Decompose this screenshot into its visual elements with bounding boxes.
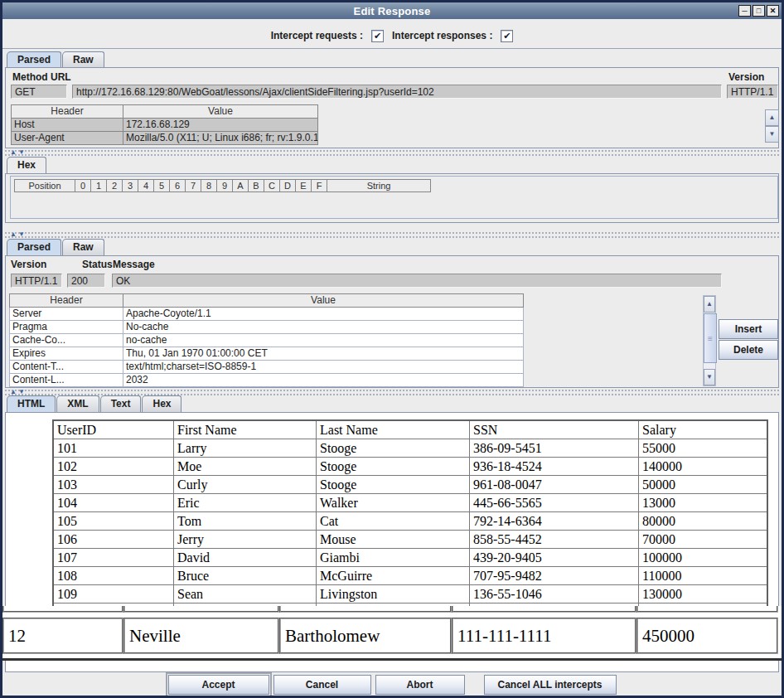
table-cell: 172.16.68.129	[123, 119, 318, 132]
employee-row: 109SeanLivingston136-55-1046130000	[53, 585, 767, 603]
employee-col-header: SSN	[470, 420, 639, 439]
employee-cell: Stooge	[317, 476, 470, 494]
employee-cell: Moe	[174, 458, 317, 476]
window-title: Edit Response	[354, 5, 431, 17]
table-cell: Thu, 01 Jan 1970 01:00:00 CET	[123, 347, 524, 361]
employee-header-row: UserIDFirst NameLast NameSSNSalary	[53, 420, 767, 439]
request-tabbar: Parsed Raw	[7, 52, 105, 68]
employee-cell: 104	[53, 494, 174, 512]
response-version-field[interactable]: HTTP/1.1	[11, 274, 62, 288]
employee-cell: 101	[53, 439, 174, 458]
employee-cell: Bruce	[174, 567, 317, 585]
minimize-button[interactable]: ─	[738, 5, 751, 17]
request-version-field[interactable]: HTTP/1.1	[727, 85, 778, 99]
abort-request-button[interactable]: Abort request	[375, 675, 465, 695]
tab-request-parsed[interactable]: Parsed	[7, 51, 61, 68]
url-field[interactable]: http://172.16.68.129:80/WebGoat/lessons/…	[72, 85, 722, 99]
tab-content-xml[interactable]: XML	[56, 395, 99, 412]
hex-digit-header: 0	[75, 179, 91, 192]
employee-cell: 445-66-5565	[470, 494, 639, 512]
overlay-edited-row[interactable]: 11JohnAy/aB729-54-94190000 12NevilleBart…	[2, 606, 782, 661]
hex-digit-header: 7	[186, 179, 201, 192]
insert-button[interactable]: Insert	[719, 319, 778, 339]
hex-digit-header: F	[312, 179, 327, 192]
splitter-1[interactable]: ▲▼	[5, 149, 779, 157]
employee-cell: 130000	[639, 585, 768, 603]
employee-row: 105TomCat792-14-636480000	[53, 512, 767, 531]
response-message-label: Message	[113, 259, 155, 270]
table-cell: Host	[11, 119, 123, 132]
cancel-changes-button[interactable]: Cancel changes	[273, 675, 371, 695]
overlay-cell: 450000	[636, 618, 778, 654]
employee-cell: 136-55-1046	[470, 585, 639, 603]
method-field[interactable]: GET	[11, 85, 67, 99]
employee-cell: 792-14-6364	[470, 512, 639, 531]
tab-hex[interactable]: Hex	[7, 157, 46, 173]
table-row[interactable]: Host172.16.68.129	[11, 119, 318, 132]
splitter-up-icon[interactable]: ▲	[10, 388, 18, 395]
employee-cell: 386-09-5451	[470, 439, 639, 458]
employee-row: 102MoeStooge936-18-4524140000	[53, 458, 767, 476]
employee-cell: 105	[53, 512, 174, 531]
splitter-2[interactable]: ▲▼	[5, 231, 779, 239]
scrollbar-thumb[interactable]: ≡	[704, 313, 717, 363]
splitter-down-icon[interactable]: ▼	[18, 230, 27, 238]
table-row[interactable]: User-AgentMozilla/5.0 (X11; U; Linux i68…	[11, 132, 318, 145]
employee-cell: 100000	[639, 549, 768, 567]
delete-button[interactable]: Delete	[719, 340, 778, 360]
scroll-up-arrow[interactable]: ▲	[704, 296, 715, 313]
employee-cell: 70000	[639, 531, 768, 549]
employee-cell: Stooge	[317, 458, 470, 476]
response-message-field[interactable]: OK	[112, 274, 722, 288]
content-tabbar: HTML XML Text Hex	[7, 396, 182, 412]
hex-digit-header: 8	[201, 179, 217, 192]
overlay-clipped-cell: 11	[2, 606, 123, 613]
version-label: Version	[728, 71, 764, 83]
scroll-down-arrow[interactable]: ▼	[765, 126, 779, 143]
intercept-requests-checkbox[interactable]: ✔	[371, 30, 384, 42]
window-controls: ─ □ ✕	[738, 5, 779, 17]
table-cell: Pragma	[9, 321, 123, 334]
maximize-button[interactable]: □	[753, 5, 765, 17]
splitter-down-icon[interactable]: ▼	[18, 388, 27, 395]
overlay-clipped-cell: John	[123, 606, 279, 613]
tab-response-raw[interactable]: Raw	[62, 239, 104, 255]
tab-content-html[interactable]: HTML	[7, 395, 56, 412]
table-cell: Expires	[9, 347, 123, 361]
response-version-label: Version	[11, 259, 46, 270]
table-row[interactable]: ServerApache-Coyote/1.1	[9, 308, 524, 321]
tab-request-raw[interactable]: Raw	[62, 51, 104, 68]
cancel-all-intercepts-button[interactable]: Cancel ALL intercepts	[484, 675, 617, 695]
titlebar[interactable]: Edit Response ─ □ ✕	[2, 2, 782, 19]
table-row[interactable]: PragmaNo-cache	[9, 321, 524, 334]
footer-buttonbar: Accept changes Cancel changes Abort requ…	[2, 675, 782, 697]
scroll-up-arrow[interactable]: ▲	[765, 109, 779, 126]
intercept-responses-label: Intercept responses :	[392, 30, 492, 41]
accept-changes-button[interactable]: Accept changes	[168, 675, 269, 695]
splitter-down-icon[interactable]: ▼	[18, 148, 27, 156]
response-status-field[interactable]: 200	[67, 274, 105, 288]
table-row[interactable]: Cache-Co...no-cache	[9, 334, 524, 347]
overlay-clipped-cell: 729-54-941	[452, 606, 636, 613]
close-button[interactable]: ✕	[767, 5, 779, 17]
tab-response-parsed[interactable]: Parsed	[7, 239, 61, 255]
panel-divider-line	[2, 48, 782, 49]
table-row[interactable]: Content-L...2032	[9, 374, 524, 387]
employee-cell: Eric	[174, 494, 317, 512]
tab-content-hex[interactable]: Hex	[142, 395, 181, 412]
employee-cell: 50000	[639, 476, 768, 494]
table-row[interactable]: ExpiresThu, 01 Jan 1970 01:00:00 CET	[9, 347, 524, 361]
intercept-responses-checkbox[interactable]: ✔	[501, 30, 513, 42]
employee-cell: 961-08-0047	[470, 476, 639, 494]
table-row[interactable]: Content-T...text/html;charset=ISO-8859-1	[9, 361, 524, 374]
employee-cell: Curly	[174, 476, 317, 494]
response-headers-table: HeaderValueServerApache-Coyote/1.1Pragma…	[9, 293, 524, 387]
splitter-up-icon[interactable]: ▲	[10, 148, 18, 156]
tab-content-text[interactable]: Text	[100, 395, 142, 412]
hex-string-header: String	[327, 179, 431, 192]
splitter-up-icon[interactable]: ▲	[10, 230, 18, 238]
employee-cell: 106	[53, 531, 174, 549]
employee-cell: 439-20-9405	[470, 549, 639, 567]
scroll-down-arrow[interactable]: ▼	[704, 369, 715, 385]
overlay-row[interactable]: 12NevilleBartholomew111-111-1111450000	[2, 618, 782, 654]
